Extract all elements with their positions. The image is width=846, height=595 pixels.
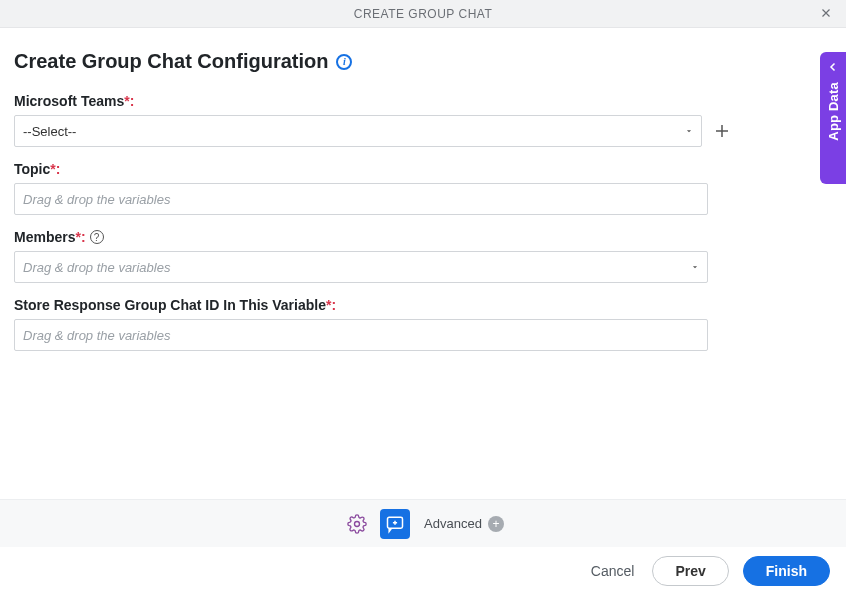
footer: Cancel Prev Finish xyxy=(0,547,846,595)
add-teams-button[interactable] xyxy=(710,119,734,143)
teams-label: Microsoft Teams*: xyxy=(14,93,134,109)
teams-select[interactable]: --Select-- xyxy=(14,115,702,147)
chevron-left-icon xyxy=(827,60,839,76)
members-placeholder: Drag & drop the variables xyxy=(23,260,170,275)
page-title: Create Group Chat Configuration xyxy=(14,50,328,73)
plus-circle-icon: + xyxy=(488,516,504,532)
prev-button[interactable]: Prev xyxy=(652,556,728,586)
store-var-input[interactable] xyxy=(14,319,708,351)
finish-button[interactable]: Finish xyxy=(743,556,830,586)
members-combo[interactable]: Drag & drop the variables xyxy=(14,251,708,283)
store-var-label: Store Response Group Chat ID In This Var… xyxy=(14,297,336,313)
info-icon[interactable]: i xyxy=(336,54,352,70)
modal-title: CREATE GROUP CHAT xyxy=(354,7,493,21)
app-data-side-tab[interactable]: App Data xyxy=(820,52,846,184)
advanced-label: Advanced xyxy=(424,516,482,531)
modal-header: CREATE GROUP CHAT xyxy=(0,0,846,28)
field-members: Members*: ? Drag & drop the variables xyxy=(14,229,708,283)
topic-label: Topic*: xyxy=(14,161,60,177)
add-message-button[interactable] xyxy=(380,509,410,539)
advanced-button[interactable]: Advanced + xyxy=(424,516,504,532)
field-topic: Topic*: xyxy=(14,161,708,215)
side-tab-label: App Data xyxy=(826,82,841,141)
settings-gear-button[interactable] xyxy=(342,509,372,539)
topic-input[interactable] xyxy=(14,183,708,215)
svg-point-0 xyxy=(355,521,360,526)
members-label: Members*: xyxy=(14,229,86,245)
field-microsoft-teams: Microsoft Teams*: --Select-- xyxy=(14,93,734,147)
field-store-response: Store Response Group Chat ID In This Var… xyxy=(14,297,708,351)
bottom-toolbar: Advanced + xyxy=(0,499,846,547)
form-body: App Data Create Group Chat Configuration… xyxy=(0,28,846,499)
cancel-button[interactable]: Cancel xyxy=(587,557,639,585)
close-icon[interactable] xyxy=(816,3,836,23)
help-icon[interactable]: ? xyxy=(90,230,104,244)
